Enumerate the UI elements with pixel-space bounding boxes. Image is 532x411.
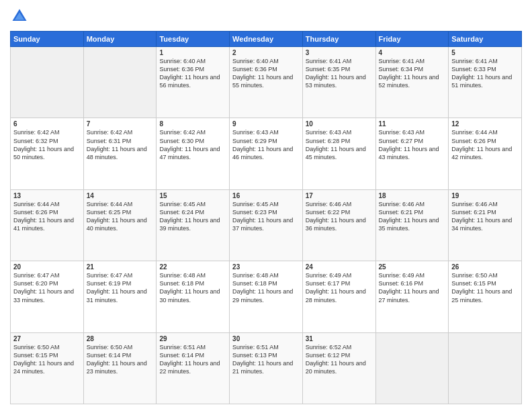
day-content: Sunrise: 6:41 AMSunset: 6:34 PMDaylight:… bbox=[379, 57, 446, 90]
day-cell: 15Sunrise: 6:45 AMSunset: 6:24 PMDayligh… bbox=[157, 189, 230, 261]
day-content: Sunrise: 6:44 AMSunset: 6:26 PMDaylight:… bbox=[13, 200, 81, 233]
day-cell: 24Sunrise: 6:49 AMSunset: 6:17 PMDayligh… bbox=[302, 261, 375, 332]
day-content: Sunrise: 6:41 AMSunset: 6:35 PMDaylight:… bbox=[306, 57, 373, 90]
day-content: Sunrise: 6:48 AMSunset: 6:18 PMDaylight:… bbox=[232, 271, 300, 304]
day-number: 11 bbox=[379, 120, 446, 128]
header-row: SundayMondayTuesdayWednesdayThursdayFrid… bbox=[11, 32, 522, 47]
day-content: Sunrise: 6:42 AMSunset: 6:31 PMDaylight:… bbox=[87, 128, 154, 161]
day-cell: 2Sunrise: 6:40 AMSunset: 6:36 PMDaylight… bbox=[230, 47, 303, 118]
day-content: Sunrise: 6:44 AMSunset: 6:26 PMDaylight:… bbox=[451, 128, 519, 161]
day-cell: 16Sunrise: 6:45 AMSunset: 6:23 PMDayligh… bbox=[230, 189, 303, 261]
day-content: Sunrise: 6:41 AMSunset: 6:33 PMDaylight:… bbox=[451, 57, 519, 90]
week-row-3: 20Sunrise: 6:47 AMSunset: 6:20 PMDayligh… bbox=[11, 261, 522, 332]
day-cell: 18Sunrise: 6:46 AMSunset: 6:21 PMDayligh… bbox=[375, 189, 449, 261]
day-cell: 20Sunrise: 6:47 AMSunset: 6:20 PMDayligh… bbox=[11, 261, 84, 332]
day-number: 3 bbox=[306, 49, 373, 56]
day-content: Sunrise: 6:46 AMSunset: 6:21 PMDaylight:… bbox=[379, 200, 446, 233]
day-content: Sunrise: 6:43 AMSunset: 6:28 PMDaylight:… bbox=[306, 128, 373, 161]
calendar-header: SundayMondayTuesdayWednesdayThursdayFrid… bbox=[11, 32, 522, 47]
header-cell-saturday: Saturday bbox=[449, 32, 522, 47]
day-cell: 13Sunrise: 6:44 AMSunset: 6:26 PMDayligh… bbox=[11, 189, 84, 261]
day-cell: 22Sunrise: 6:48 AMSunset: 6:18 PMDayligh… bbox=[157, 261, 230, 332]
day-number: 10 bbox=[306, 120, 373, 128]
day-cell: 14Sunrise: 6:44 AMSunset: 6:25 PMDayligh… bbox=[83, 189, 157, 261]
calendar-table: SundayMondayTuesdayWednesdayThursdayFrid… bbox=[10, 31, 522, 404]
day-content: Sunrise: 6:43 AMSunset: 6:29 PMDaylight:… bbox=[232, 128, 300, 161]
day-number: 7 bbox=[87, 120, 154, 128]
day-cell: 31Sunrise: 6:52 AMSunset: 6:12 PMDayligh… bbox=[302, 332, 375, 404]
day-content: Sunrise: 6:48 AMSunset: 6:18 PMDaylight:… bbox=[159, 271, 226, 304]
day-cell: 25Sunrise: 6:49 AMSunset: 6:16 PMDayligh… bbox=[375, 261, 449, 332]
day-number: 28 bbox=[87, 335, 154, 342]
day-cell: 9Sunrise: 6:43 AMSunset: 6:29 PMDaylight… bbox=[230, 118, 303, 189]
day-content: Sunrise: 6:40 AMSunset: 6:36 PMDaylight:… bbox=[232, 57, 300, 90]
day-number: 21 bbox=[87, 263, 154, 271]
day-cell: 5Sunrise: 6:41 AMSunset: 6:33 PMDaylight… bbox=[449, 47, 522, 118]
day-cell: 17Sunrise: 6:46 AMSunset: 6:22 PMDayligh… bbox=[302, 189, 375, 261]
day-cell bbox=[83, 47, 157, 118]
day-cell bbox=[11, 47, 84, 118]
header-cell-monday: Monday bbox=[83, 32, 157, 47]
day-number: 1 bbox=[159, 49, 226, 56]
day-content: Sunrise: 6:45 AMSunset: 6:24 PMDaylight:… bbox=[159, 200, 226, 233]
day-number: 8 bbox=[159, 120, 226, 128]
day-content: Sunrise: 6:50 AMSunset: 6:15 PMDaylight:… bbox=[451, 271, 519, 304]
day-cell: 27Sunrise: 6:50 AMSunset: 6:15 PMDayligh… bbox=[11, 332, 84, 404]
day-number: 26 bbox=[451, 263, 519, 271]
day-cell: 11Sunrise: 6:43 AMSunset: 6:27 PMDayligh… bbox=[375, 118, 449, 189]
day-number: 23 bbox=[232, 263, 300, 271]
day-cell: 12Sunrise: 6:44 AMSunset: 6:26 PMDayligh… bbox=[449, 118, 522, 189]
day-number: 14 bbox=[87, 192, 154, 199]
day-cell: 6Sunrise: 6:42 AMSunset: 6:32 PMDaylight… bbox=[11, 118, 84, 189]
day-number: 5 bbox=[451, 49, 519, 56]
week-row-1: 6Sunrise: 6:42 AMSunset: 6:32 PMDaylight… bbox=[11, 118, 522, 189]
day-content: Sunrise: 6:43 AMSunset: 6:27 PMDaylight:… bbox=[379, 128, 446, 161]
day-number: 19 bbox=[451, 192, 519, 199]
day-content: Sunrise: 6:49 AMSunset: 6:16 PMDaylight:… bbox=[379, 271, 446, 304]
page: SundayMondayTuesdayWednesdayThursdayFrid… bbox=[0, 0, 532, 411]
day-content: Sunrise: 6:40 AMSunset: 6:36 PMDaylight:… bbox=[159, 57, 226, 90]
day-number: 27 bbox=[13, 335, 81, 342]
header-cell-friday: Friday bbox=[375, 32, 449, 47]
logo bbox=[10, 7, 32, 26]
day-content: Sunrise: 6:49 AMSunset: 6:17 PMDaylight:… bbox=[306, 271, 373, 304]
day-content: Sunrise: 6:50 AMSunset: 6:14 PMDaylight:… bbox=[87, 343, 154, 376]
day-number: 20 bbox=[13, 263, 81, 271]
day-cell: 28Sunrise: 6:50 AMSunset: 6:14 PMDayligh… bbox=[83, 332, 157, 404]
day-number: 9 bbox=[232, 120, 300, 128]
day-number: 29 bbox=[159, 335, 226, 342]
week-row-4: 27Sunrise: 6:50 AMSunset: 6:15 PMDayligh… bbox=[11, 332, 522, 404]
day-number: 31 bbox=[306, 335, 373, 342]
day-content: Sunrise: 6:50 AMSunset: 6:15 PMDaylight:… bbox=[13, 343, 81, 376]
day-cell: 29Sunrise: 6:51 AMSunset: 6:14 PMDayligh… bbox=[157, 332, 230, 404]
day-content: Sunrise: 6:51 AMSunset: 6:13 PMDaylight:… bbox=[232, 343, 300, 376]
day-cell: 26Sunrise: 6:50 AMSunset: 6:15 PMDayligh… bbox=[449, 261, 522, 332]
day-cell: 7Sunrise: 6:42 AMSunset: 6:31 PMDaylight… bbox=[83, 118, 157, 189]
day-content: Sunrise: 6:52 AMSunset: 6:12 PMDaylight:… bbox=[306, 343, 373, 376]
header-cell-tuesday: Tuesday bbox=[157, 32, 230, 47]
day-content: Sunrise: 6:45 AMSunset: 6:23 PMDaylight:… bbox=[232, 200, 300, 233]
day-content: Sunrise: 6:46 AMSunset: 6:22 PMDaylight:… bbox=[306, 200, 373, 233]
day-cell: 8Sunrise: 6:42 AMSunset: 6:30 PMDaylight… bbox=[157, 118, 230, 189]
day-number: 30 bbox=[232, 335, 300, 342]
header bbox=[10, 7, 522, 26]
day-number: 24 bbox=[306, 263, 373, 271]
day-number: 2 bbox=[232, 49, 300, 56]
day-content: Sunrise: 6:47 AMSunset: 6:19 PMDaylight:… bbox=[87, 271, 154, 304]
week-row-0: 1Sunrise: 6:40 AMSunset: 6:36 PMDaylight… bbox=[11, 47, 522, 118]
day-number: 12 bbox=[451, 120, 519, 128]
header-cell-thursday: Thursday bbox=[302, 32, 375, 47]
day-number: 15 bbox=[159, 192, 226, 199]
day-cell bbox=[375, 332, 449, 404]
day-number: 18 bbox=[379, 192, 446, 199]
day-content: Sunrise: 6:44 AMSunset: 6:25 PMDaylight:… bbox=[87, 200, 154, 233]
day-number: 22 bbox=[159, 263, 226, 271]
day-number: 13 bbox=[13, 192, 81, 199]
day-number: 17 bbox=[306, 192, 373, 199]
day-content: Sunrise: 6:46 AMSunset: 6:21 PMDaylight:… bbox=[451, 200, 519, 233]
logo-icon bbox=[10, 7, 29, 26]
day-cell: 30Sunrise: 6:51 AMSunset: 6:13 PMDayligh… bbox=[230, 332, 303, 404]
day-content: Sunrise: 6:51 AMSunset: 6:14 PMDaylight:… bbox=[159, 343, 226, 376]
header-cell-sunday: Sunday bbox=[11, 32, 84, 47]
day-cell: 10Sunrise: 6:43 AMSunset: 6:28 PMDayligh… bbox=[302, 118, 375, 189]
